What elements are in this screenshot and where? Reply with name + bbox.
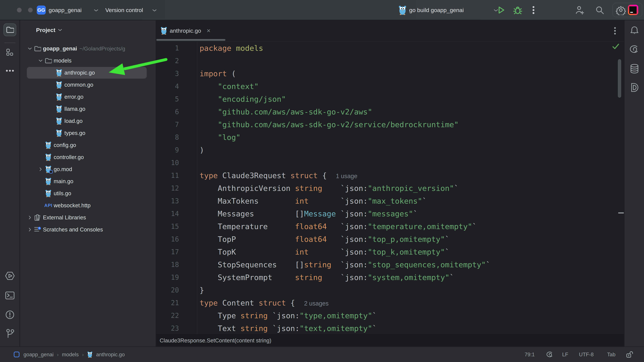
gear-icon[interactable] <box>616 5 626 15</box>
go-gopher-icon <box>160 27 167 34</box>
code-line: 10 <box>156 156 624 169</box>
inspection-ok-icon[interactable] <box>612 43 620 50</box>
indent-widget[interactable]: Tab <box>607 347 616 362</box>
tree-item-common-go[interactable]: common.go <box>20 79 156 91</box>
tree-item-llama-go[interactable]: llama.go <box>20 103 156 115</box>
tree-item-controller-go[interactable]: controller.go <box>20 151 156 163</box>
go-file-icon <box>160 27 167 34</box>
line-number: 12 <box>156 184 179 192</box>
code-line: 13 MaxTokens int `json:"max_tokens"` <box>156 195 624 207</box>
tree-item-scratches[interactable]: Scratches and Consoles <box>20 224 156 236</box>
chevron-down-icon <box>94 9 98 12</box>
notifications-bell-icon[interactable] <box>628 24 641 37</box>
line-number: 3 <box>156 70 179 77</box>
project-tree: goapp_genai~/GolandProjects/gmodels anth… <box>20 42 156 236</box>
breadcrumb-item[interactable]: goapp_genai <box>24 352 54 358</box>
caret-position-widget[interactable]: 79:1 <box>524 347 535 362</box>
line-number: 10 <box>156 159 179 167</box>
add-user-icon[interactable] <box>575 5 584 15</box>
code-area: 1package models23import (4 "context"5 "e… <box>156 42 624 334</box>
chevron-right-icon <box>29 228 31 232</box>
run-button[interactable] <box>497 6 506 14</box>
git-branch-icon[interactable] <box>4 327 16 340</box>
window-minimize-button[interactable] <box>28 8 33 12</box>
code-line: 3import ( <box>156 67 624 80</box>
breadcrumb-item[interactable]: models <box>62 352 79 358</box>
line-number: 2 <box>156 57 179 65</box>
tree-item-utils-go[interactable]: utils.go <box>20 187 156 199</box>
line-number: 4 <box>156 82 179 90</box>
tab-anthropic-go[interactable]: anthropic.go ✕ <box>156 20 211 41</box>
tree-item-load-go[interactable]: load.go <box>20 115 156 127</box>
version-control-menu[interactable]: Version control <box>105 0 143 20</box>
problems-tool-window-button[interactable] <box>4 308 16 321</box>
tree-item-external-libraries[interactable]: External Libraries <box>20 212 156 224</box>
code-line: 18 StopSequences []string `json:"stop_se… <box>156 258 624 271</box>
line-number: 8 <box>156 133 179 141</box>
tree-item-main-go[interactable]: main.go <box>20 175 156 187</box>
tree-item-error-go[interactable]: error.go <box>20 91 156 103</box>
code-line: 22 Type string `json:"type,omitempty"` <box>156 309 624 322</box>
close-tab-icon[interactable]: ✕ <box>206 28 211 34</box>
search-icon[interactable] <box>595 5 604 15</box>
code-line: 1package models <box>156 42 624 54</box>
project-switcher[interactable]: goapp_genai <box>49 0 82 20</box>
encoding-widget[interactable]: UTF-8 <box>579 347 594 362</box>
database-tool-window-icon[interactable] <box>628 62 641 75</box>
breadcrumb-item[interactable]: anthropic.go <box>96 352 125 358</box>
goland-window: GG goapp_genai Version control go build … <box>0 0 644 362</box>
go-gopher-icon <box>45 190 52 197</box>
scrollbar-thumb[interactable] <box>618 59 621 98</box>
chevron-down-icon <box>58 29 62 31</box>
go-gopher-icon <box>45 178 52 185</box>
ai-assistant-swirl-icon[interactable] <box>628 43 641 56</box>
tab-options-kebab-icon[interactable] <box>609 20 621 41</box>
editor-tab-bar: anthropic.go ✕ <box>156 20 624 41</box>
structure-tool-window-button[interactable] <box>4 46 16 59</box>
documentation-tool-window-icon[interactable] <box>628 81 641 94</box>
line-number: 5 <box>156 95 179 103</box>
tree-item-goapp-genai[interactable]: goapp_genai~/GolandProjects/g <box>20 42 156 55</box>
window-close-button[interactable] <box>17 8 22 12</box>
breadcrumb-separator: › <box>57 352 58 358</box>
context-hint-bar: Claude3Response.SetContent(content strin… <box>156 334 624 346</box>
ai-status-icon[interactable] <box>546 347 554 362</box>
left-tool-rail <box>0 20 20 347</box>
tree-item-types-go[interactable]: types.go <box>20 127 156 139</box>
line-number: 17 <box>156 248 179 256</box>
go-gopher-icon <box>45 153 52 161</box>
run-configuration-selector[interactable]: go build goapp_genai <box>409 0 464 20</box>
go-gopher-icon <box>87 352 93 358</box>
more-tool-windows-icon[interactable] <box>4 64 16 77</box>
code-line: 19 SystemPrompt string `json:"system,omi… <box>156 271 624 284</box>
tree-item-label: main.go <box>54 178 73 185</box>
tree-item-label: anthropic.go <box>64 69 95 76</box>
tree-item-go-mod[interactable]: go.mod <box>20 163 156 175</box>
code-line: 5 "encoding/json" <box>156 93 624 105</box>
project-tool-window-button[interactable] <box>4 23 16 36</box>
tree-item-websocket-http[interactable]: APIwebsocket.http <box>20 199 156 212</box>
more-actions-kebab-icon[interactable] <box>532 6 535 14</box>
tree-item-anthropic-go[interactable]: anthropic.go <box>20 67 156 79</box>
tree-item-label: types.go <box>64 130 85 136</box>
code-editor[interactable]: 1package models23import (4 "context"5 "e… <box>156 41 624 334</box>
chevron-down-icon <box>38 59 42 62</box>
services-tool-window-button[interactable] <box>4 270 16 282</box>
line-number: 16 <box>156 235 179 243</box>
go-mod-badge <box>49 170 53 174</box>
debug-button[interactable] <box>513 5 522 15</box>
tree-item-label: goapp_genai <box>43 45 77 52</box>
tree-item-models[interactable]: models <box>20 55 156 67</box>
code-line: 23 Text string `json:"text,omitempty"` <box>156 322 624 334</box>
line-number: 18 <box>156 261 179 269</box>
tree-item-config-go[interactable]: config.go <box>20 139 156 151</box>
line-number: 11 <box>156 172 179 179</box>
lock-icon[interactable] <box>626 347 634 362</box>
project-panel-header[interactable]: Project <box>36 27 62 33</box>
code-line: 16 TopP float64 `json:"top_p,omitempty"` <box>156 233 624 246</box>
project-logo[interactable]: GG <box>37 5 46 14</box>
terminal-tool-window-button[interactable] <box>4 289 16 302</box>
go-gopher-icon <box>56 105 62 113</box>
line-ending-widget[interactable]: LF <box>562 347 568 362</box>
jetbrains-ai-logo[interactable] <box>628 5 638 15</box>
